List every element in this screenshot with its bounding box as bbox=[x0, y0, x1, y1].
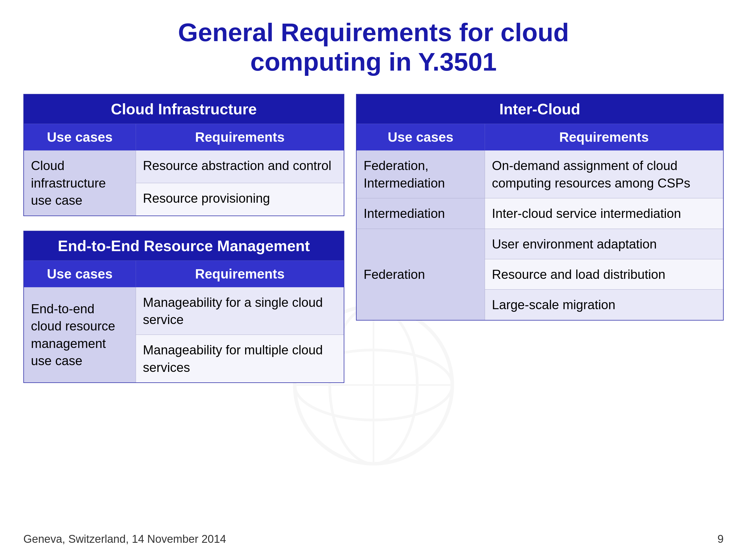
table-row: Federation User environment adaptation bbox=[356, 229, 723, 259]
ci-req-cell-2: Resource provisioning bbox=[136, 183, 344, 216]
ic-req-4: Resource and load distribution bbox=[485, 259, 723, 289]
left-column: Cloud Infrastructure Use cases Requireme… bbox=[23, 94, 344, 383]
e2e-resource-table: End-to-End Resource Management Use cases… bbox=[23, 231, 344, 383]
table-row: Federation, Intermediation On-demand ass… bbox=[356, 151, 723, 198]
ic-use-case-1: Federation, Intermediation bbox=[356, 151, 485, 198]
footer-location: Geneva, Switzerland, 14 November 2014 bbox=[23, 533, 226, 545]
cloud-infrastructure-header: Cloud Infrastructure bbox=[24, 94, 344, 124]
ic-req-1: On-demand assignment of cloud computing … bbox=[485, 151, 723, 198]
e2e-req-cell-1: Manageability for a single cloud service bbox=[136, 287, 344, 335]
e2e-use-cases-col-header: Use cases bbox=[24, 261, 136, 287]
table-row: Intermediation Inter-cloud service inter… bbox=[356, 198, 723, 229]
ic-req-2: Inter-cloud service intermediation bbox=[485, 198, 723, 229]
ic-use-case-3: Federation bbox=[356, 229, 485, 320]
right-column: Inter-Cloud Use cases Requirements Feder… bbox=[356, 94, 724, 320]
content-area: Cloud Infrastructure Use cases Requireme… bbox=[23, 94, 724, 383]
ci-req-cell-1: Resource abstraction and control bbox=[136, 151, 344, 183]
ci-requirements-col-header: Requirements bbox=[136, 124, 344, 151]
table-row: Cloud infrastructure use case Resource a… bbox=[24, 151, 344, 183]
footer: Geneva, Switzerland, 14 November 2014 9 bbox=[23, 533, 724, 545]
e2e-use-case-cell: End-to-end cloud resource management use… bbox=[24, 287, 136, 383]
ic-req-3: User environment adaptation bbox=[485, 229, 723, 259]
e2e-header: End-to-End Resource Management bbox=[24, 231, 344, 261]
page-title: General Requirements for cloud computing… bbox=[23, 18, 724, 76]
cloud-infrastructure-table: Cloud Infrastructure Use cases Requireme… bbox=[23, 94, 344, 216]
ic-req-5: Large-scale migration bbox=[485, 290, 723, 320]
ic-use-case-2: Intermediation bbox=[356, 198, 485, 229]
table-row: End-to-end cloud resource management use… bbox=[24, 287, 344, 335]
ci-use-case-cell: Cloud infrastructure use case bbox=[24, 151, 136, 216]
footer-page: 9 bbox=[718, 533, 724, 545]
ic-requirements-col-header: Requirements bbox=[485, 124, 723, 151]
slide: General Requirements for cloud computing… bbox=[0, 0, 747, 560]
e2e-req-cell-2: Manageability for multiple cloud service… bbox=[136, 335, 344, 383]
inter-cloud-table: Inter-Cloud Use cases Requirements Feder… bbox=[356, 94, 724, 320]
e2e-requirements-col-header: Requirements bbox=[136, 261, 344, 287]
inter-cloud-header: Inter-Cloud bbox=[356, 94, 723, 124]
ic-use-cases-col-header: Use cases bbox=[356, 124, 485, 151]
ci-use-cases-col-header: Use cases bbox=[24, 124, 136, 151]
